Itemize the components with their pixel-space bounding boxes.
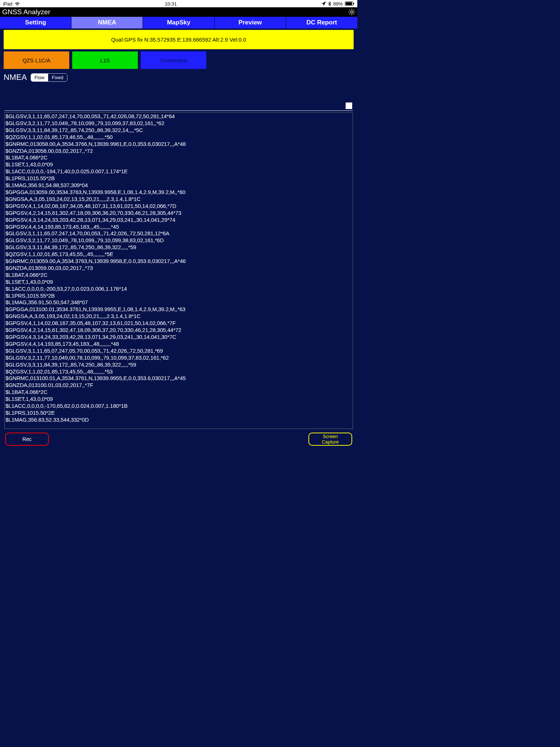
log-line: $GPGSV,4,4,14,193,85,173,45,183,,,45,,,,…: [5, 224, 352, 231]
footer-toolbar: Rec Screen Capture: [0, 433, 357, 449]
log-line: $GNRMC,013058.00,A,3534.3766,N,13939.996…: [5, 141, 352, 148]
log-line: $QZGSV,1,1,02,01,85,173,45,55,,,45,,,,,,…: [5, 251, 352, 258]
svg-line-8: [350, 10, 350, 11]
log-line: $GLGSV,3,1,11,65,07,247,14,70,00,053,,71…: [5, 113, 352, 120]
log-line: $GNZDA,013059.00,03,02,2017,,*73: [5, 265, 352, 272]
cap-line1: Screen: [322, 434, 339, 439]
log-line: $GNGSA,A,3,05,193,24,02,13,15,20,21,,,,,…: [5, 313, 352, 320]
nmea-log[interactable]: $GLGSV,3,1,11,65,07,247,14,70,00,053,,71…: [4, 112, 353, 429]
status-left: iPad: [3, 1, 20, 7]
log-line: $GLGSV,3,1,11,65,07,247,14,70,00,053,,71…: [5, 230, 352, 237]
svg-rect-1: [346, 2, 352, 5]
status-right: 89%: [322, 1, 354, 7]
quality-banner: Qual:GPS fix N:35.572935 E:139.666592 Al…: [4, 30, 354, 49]
nmea-section-header: NMEA Flow Fixed: [0, 71, 357, 84]
log-line: $QZGSV,1,1,02,01,85,173,46,55,,,48,,,,,,…: [5, 134, 352, 141]
log-line: $GPGSV,4,3,14,24,33,203,42,28,13,071,34,…: [5, 334, 352, 341]
screen-capture-button[interactable]: Screen Capture: [308, 433, 352, 446]
log-line: $GPGSV,4,3,14,24,33,203,42,28,13,071,34,…: [5, 217, 352, 224]
svg-rect-2: [353, 3, 354, 5]
tab-nmea[interactable]: NMEA: [71, 17, 143, 28]
ios-status-bar: iPad 10:31 89%: [0, 0, 357, 7]
log-line: $L1ACC,0,0,0,0,-170,65,62,0,0.024,0.007,…: [5, 403, 352, 410]
log-line: $GPGSV,4,4,14,193,85,173,45,183,,,48,,,,…: [5, 341, 352, 348]
log-line: $L1MAG,356.83,52.33,544,332*0D: [5, 417, 352, 423]
device-label: iPad: [3, 1, 12, 7]
log-line: $GPGGA,013059.00,3534.3763,N,13939.9958,…: [5, 189, 352, 196]
pill-connected[interactable]: Connected: [141, 51, 206, 69]
tab-dcreport[interactable]: DC Report: [286, 17, 357, 28]
log-line: $GLGSV,3,2,11,77,10,049,,78,10,099,,79,1…: [5, 120, 352, 127]
seg-flow[interactable]: Flow: [31, 74, 48, 81]
seg-fixed[interactable]: Fixed: [48, 74, 67, 81]
log-line: $GLGSV,3,2,11,77,10,049,00,78,10,099,,79…: [5, 355, 352, 361]
log-line: $GPGSV,4,2,14,15,61,302,47,18,09,306,36,…: [5, 210, 352, 217]
gear-icon[interactable]: [349, 9, 355, 15]
log-line: $GPGGA,013100.01,3534.3761,N,13939.9955,…: [5, 306, 352, 313]
app-title-bar: GNSS Analyzer: [0, 7, 357, 17]
pill-qzs[interactable]: QZS L1C/A: [4, 51, 69, 69]
log-line: $GPGSV,4,2,14,15,61,302,47,18,09,306,37,…: [5, 327, 352, 334]
svg-line-10: [350, 13, 350, 14]
log-line: $GPGSV,4,1,14,02,08,167,35,05,48,107,32,…: [5, 320, 352, 327]
log-line: $L1BAT,4.066*2C: [5, 272, 352, 279]
log-line: $L1ACC,0,0,0,0,-194,71,40,0,0.025,0.007,…: [5, 168, 352, 175]
svg-line-11: [353, 10, 354, 11]
log-line: $L1ACC,0,0,0,0,-200,53,27,0,0.023,0.006,…: [5, 286, 352, 293]
tab-setting[interactable]: Setting: [0, 17, 71, 28]
log-line: $L1PRS,1015.50*2E: [5, 410, 352, 417]
main-tabs: Setting NMEA MapSky Preview DC Report: [0, 17, 357, 28]
log-line: $L1BAT,4.066*2C: [5, 389, 352, 396]
tab-preview[interactable]: Preview: [215, 17, 286, 28]
log-line: $GPGSV,4,1,14,02,08,167,34,05,48,107,31,…: [5, 203, 352, 210]
bluetooth-icon: [328, 1, 331, 6]
wifi-icon: [15, 2, 20, 6]
log-line: $GLGSV,3,2,11,77,10,049,,78,10,099,,79,1…: [5, 237, 352, 244]
log-line: $L1PRS,1015.55*2B: [5, 293, 352, 299]
log-line: $GNZDA,013100.01,03,02,2017,,*7F: [5, 382, 352, 389]
log-line: $GLGSV,3,3,11,84,39,172,,85,74,250,,86,3…: [5, 127, 352, 134]
log-line: $GLGSV,3,3,11,84,39,172,,85,74,250,,86,3…: [5, 244, 352, 251]
log-line: $GLGSV,3,1,11,65,07,247,05,70,00,053,,71…: [5, 348, 352, 355]
log-line: $L1PRS,1015.55*2B: [5, 175, 352, 182]
log-line: $GNRMC,013100.01,A,3534.3761,N,13939.995…: [5, 375, 352, 382]
log-line: $L1SET,1,43,0,0*09: [5, 161, 352, 168]
battery-icon: [345, 1, 354, 6]
log-line: $L1MAG,356.91,50.50,547,348*07: [5, 299, 352, 306]
app-title: GNSS Analyzer: [2, 8, 50, 16]
svg-line-9: [353, 13, 354, 14]
log-line: $GNGSA,A,3,05,193,24,02,13,15,20,21,,,,,…: [5, 196, 352, 203]
section-title: NMEA: [4, 73, 27, 82]
log-line: $GNZDA,013058.00,03,02,2017,,*72: [5, 148, 352, 155]
divider: [4, 111, 353, 111]
location-icon: [322, 1, 326, 6]
log-line: $L1SET,1,43,0,0*09: [5, 279, 352, 286]
status-pill-row: QZS L1C/A L1S Connected: [0, 51, 357, 71]
flow-fixed-toggle[interactable]: Flow Fixed: [31, 73, 67, 82]
clock: 10:31: [165, 1, 177, 7]
tab-mapsky[interactable]: MapSky: [143, 17, 214, 28]
log-line: $L1SET,1,43,0,0*09: [5, 396, 352, 403]
cap-line2: Capture: [322, 439, 339, 445]
battery-percent: 89%: [333, 1, 343, 7]
svg-point-3: [351, 11, 353, 13]
rec-button[interactable]: Rec: [5, 433, 49, 446]
log-line: $L1BAT,4.066*2C: [5, 154, 352, 161]
log-line: $L1MAG,356.91,54.88,537,309*04: [5, 182, 352, 189]
log-line: $QZGSV,1,1,02,01,85,173,45,55,,,48,,,,,,…: [5, 368, 352, 375]
log-line: $GLGSV,3,3,11,84,39,172,,85,74,250,,86,3…: [5, 361, 352, 368]
pill-l1s[interactable]: L1S: [72, 51, 138, 69]
log-line: $GNRMC,013059.00,A,3534.3763,N,13939.995…: [5, 258, 352, 265]
indicator-square[interactable]: [346, 102, 352, 109]
